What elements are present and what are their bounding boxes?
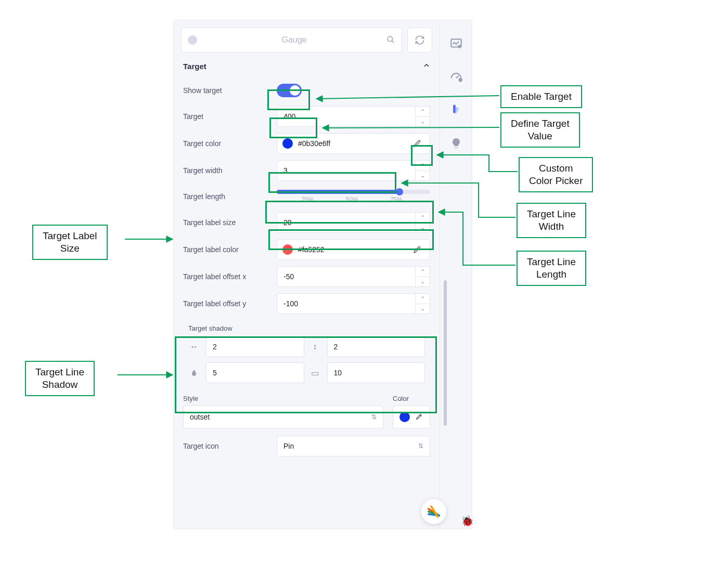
target-label-color-field[interactable]: #fa5252 bbox=[277, 239, 430, 260]
target-width-text[interactable] bbox=[277, 161, 415, 180]
side-rail bbox=[440, 20, 472, 529]
shadow-color-label: Color bbox=[393, 395, 430, 402]
refresh-button[interactable] bbox=[407, 28, 432, 53]
target-length-label: Target length bbox=[183, 192, 272, 201]
section-header[interactable]: Target bbox=[181, 58, 432, 78]
brand-logo[interactable] bbox=[421, 499, 446, 524]
target-value-input[interactable]: ⌃ ⌄ bbox=[277, 106, 430, 127]
offset-y-text[interactable] bbox=[277, 294, 415, 313]
shadow-style-select[interactable]: outset ⇅ bbox=[183, 406, 383, 428]
target-value-step-up[interactable]: ⌃ bbox=[416, 107, 430, 117]
callout-define-value: Define Target Value bbox=[500, 112, 580, 148]
svg-point-5 bbox=[458, 78, 462, 82]
rail-tips-icon[interactable] bbox=[447, 135, 465, 152]
target-shadow-title: Target shadow bbox=[188, 324, 425, 332]
callout-label-size: Target Label Size bbox=[32, 225, 108, 260]
shadow-blur-text[interactable] bbox=[206, 363, 304, 383]
callout-line-width: Target Line Width bbox=[517, 203, 586, 238]
select-caret-icon: ⇅ bbox=[371, 413, 377, 421]
chart-type-chip-icon bbox=[188, 35, 197, 45]
target-color-swatch bbox=[282, 138, 293, 149]
search-icon[interactable] bbox=[386, 35, 395, 46]
callout-shadow: Target Line Shadow bbox=[25, 361, 95, 396]
svg-point-0 bbox=[388, 36, 393, 42]
target-label-size-label: Target label size bbox=[183, 218, 272, 227]
bug-icon[interactable]: 🐞 bbox=[461, 515, 474, 527]
shadow-blur-input[interactable]: ⌃⌄ bbox=[206, 362, 304, 383]
target-length-slider[interactable] bbox=[277, 190, 430, 194]
shadow-h-input[interactable]: ⌃⌄ bbox=[206, 336, 304, 357]
shadow-spread-icon: ▭ bbox=[309, 367, 321, 378]
target-label-size-text[interactable] bbox=[277, 213, 415, 232]
shadow-v-icon: ↕ bbox=[309, 341, 321, 352]
svg-line-1 bbox=[392, 41, 394, 43]
offset-y-step-down[interactable]: ⌄ bbox=[416, 304, 430, 314]
target-color-edit-icon[interactable] bbox=[410, 136, 424, 151]
offset-x-step-up[interactable]: ⌃ bbox=[416, 267, 430, 277]
shadow-style-value: outset bbox=[190, 413, 210, 421]
offset-y-input[interactable]: ⌃⌄ bbox=[277, 293, 430, 314]
offset-y-step-up[interactable]: ⌃ bbox=[416, 294, 430, 304]
target-icon-label: Target icon bbox=[183, 442, 272, 450]
offset-x-step-down[interactable]: ⌄ bbox=[416, 277, 430, 287]
target-icon-select[interactable]: Pin ⇅ bbox=[277, 436, 430, 456]
target-color-value: #0b30e6ff bbox=[298, 139, 405, 148]
section-title: Target bbox=[183, 62, 206, 71]
target-label-color-edit-icon[interactable] bbox=[410, 242, 424, 257]
scrollbar[interactable] bbox=[444, 280, 447, 426]
callout-line-length: Target Line Length bbox=[517, 251, 586, 286]
properties-panel: Gauge Target Show target bbox=[173, 20, 472, 529]
shadow-spread-input[interactable]: ⌃⌄ bbox=[327, 362, 425, 383]
offset-x-input[interactable]: ⌃⌄ bbox=[277, 266, 430, 287]
target-color-label: Target color bbox=[183, 139, 272, 148]
svg-line-4 bbox=[456, 76, 459, 79]
eyedropper-icon[interactable] bbox=[415, 412, 423, 422]
slider-ticks: 25% 50% 75% bbox=[277, 196, 430, 203]
rail-gauge-icon[interactable] bbox=[447, 68, 465, 86]
target-shadow-group: Target shadow ↔ ⌃⌄ ↕ ⌃⌄ bbox=[183, 320, 430, 389]
svg-rect-6 bbox=[453, 105, 456, 113]
shadow-spread-text[interactable] bbox=[328, 363, 425, 383]
shadow-h-icon: ↔ bbox=[188, 341, 200, 352]
svg-point-3 bbox=[458, 45, 461, 48]
target-color-field[interactable]: #0b30e6ff bbox=[277, 133, 430, 154]
target-width-label: Target width bbox=[183, 166, 272, 175]
target-width-input[interactable]: ⌃ ⌄ bbox=[277, 160, 430, 181]
target-label-size-step-down[interactable]: ⌄ bbox=[416, 223, 430, 233]
shadow-v-text[interactable] bbox=[328, 337, 425, 357]
chart-type-selector[interactable]: Gauge bbox=[181, 28, 402, 53]
target-label-size-input[interactable]: ⌃ ⌄ bbox=[277, 212, 430, 233]
target-label-color-swatch bbox=[282, 244, 293, 255]
offset-y-label: Target label offset y bbox=[183, 299, 272, 308]
show-target-toggle[interactable] bbox=[277, 84, 302, 97]
target-label-color-label: Target label color bbox=[183, 245, 272, 254]
shadow-v-input[interactable]: ⌃⌄ bbox=[327, 336, 425, 357]
target-label-size-step-up[interactable]: ⌃ bbox=[416, 213, 430, 223]
target-value-text[interactable] bbox=[277, 107, 415, 126]
rail-theme-icon[interactable] bbox=[447, 101, 465, 119]
shadow-color-swatch bbox=[399, 412, 410, 422]
callout-enable-target: Enable Target bbox=[500, 85, 582, 108]
target-value-label: Target bbox=[183, 112, 272, 121]
offset-x-text[interactable] bbox=[277, 267, 415, 286]
callout-color-picker: Custom Color Picker bbox=[519, 157, 593, 192]
target-width-step-down[interactable]: ⌄ bbox=[416, 171, 430, 181]
chart-type-label: Gauge bbox=[202, 35, 386, 45]
collapse-icon[interactable] bbox=[423, 62, 430, 71]
rail-dashboard-icon[interactable] bbox=[447, 35, 465, 53]
target-value-step-down[interactable]: ⌄ bbox=[416, 117, 430, 127]
shadow-h-text[interactable] bbox=[206, 337, 304, 357]
target-label-color-value: #fa5252 bbox=[298, 245, 405, 254]
target-icon-value: Pin bbox=[283, 442, 294, 450]
target-width-step-up[interactable]: ⌃ bbox=[416, 161, 430, 171]
shadow-style-label: Style bbox=[183, 395, 383, 402]
show-target-label: Show target bbox=[183, 86, 272, 95]
select-caret-icon: ⇅ bbox=[418, 442, 423, 450]
offset-x-label: Target label offset x bbox=[183, 272, 272, 281]
shadow-color-picker[interactable] bbox=[393, 406, 430, 428]
shadow-blur-icon bbox=[188, 367, 200, 378]
